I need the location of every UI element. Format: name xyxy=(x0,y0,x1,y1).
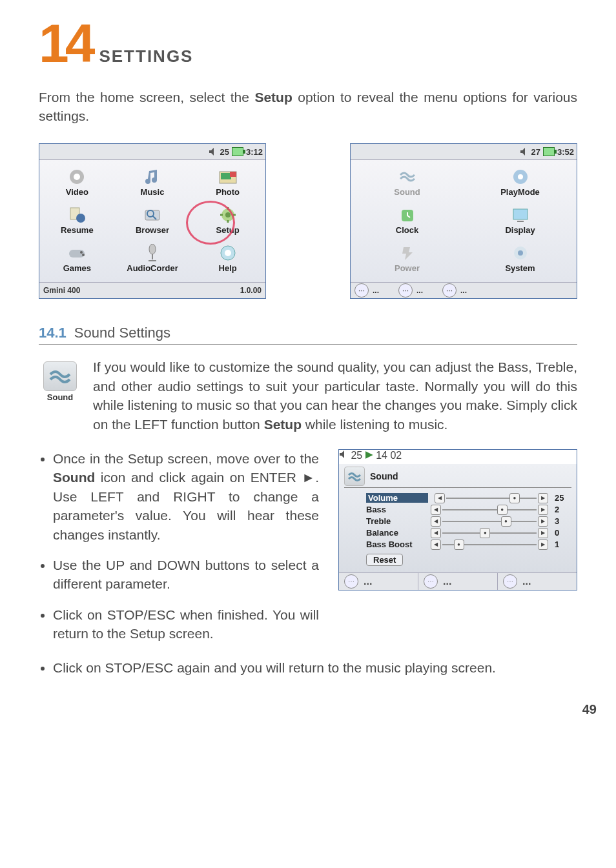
label: Music xyxy=(141,187,165,197)
label: Display xyxy=(505,225,535,235)
slider[interactable]: ◀●▶ xyxy=(431,505,548,515)
menu-item-clock[interactable]: Clock xyxy=(351,202,464,240)
menu-item-resume[interactable]: Resume xyxy=(39,202,115,240)
slider-right-icon[interactable]: ▶ xyxy=(538,540,548,550)
label: Setup xyxy=(216,225,240,235)
softkey-label: ... xyxy=(364,576,372,587)
volume-icon xyxy=(520,147,529,156)
param-label: Balance xyxy=(366,528,424,538)
games-icon xyxy=(65,243,88,263)
section-title: Sound Settings xyxy=(74,325,170,341)
menu-item-display[interactable]: Display xyxy=(464,202,577,240)
volume-icon xyxy=(209,147,218,156)
softkey-label: ... xyxy=(373,286,379,295)
sound-icon xyxy=(396,167,419,187)
slider-thumb[interactable]: ● xyxy=(497,505,508,515)
softkey-icon[interactable]: ⋯ xyxy=(354,283,369,298)
param-row[interactable]: Treble◀●▶3 xyxy=(344,516,571,527)
slider-right-icon[interactable]: ▶ xyxy=(538,516,548,527)
menu-item-system[interactable]: System xyxy=(464,240,577,278)
svg-rect-4 xyxy=(221,173,231,179)
svg-point-7 xyxy=(76,214,85,223)
svg-marker-33 xyxy=(340,450,344,458)
slider-left-icon[interactable]: ◀ xyxy=(431,528,441,538)
sound-icon xyxy=(344,467,365,486)
param-label: Volume xyxy=(366,493,428,503)
volume-value: 25 xyxy=(220,147,229,157)
softkey-icon[interactable]: ⋯ xyxy=(503,574,517,589)
home-screen-device: 25 3:12 Video Music Photo xyxy=(39,143,266,299)
clock-value: 3:12 xyxy=(246,147,263,157)
section-number: 14.1 xyxy=(39,325,67,341)
music-icon xyxy=(141,167,164,187)
menu-item-music[interactable]: Music xyxy=(115,164,190,202)
menu-item-help[interactable]: Help xyxy=(190,240,265,278)
slider-left-icon[interactable]: ◀ xyxy=(431,516,441,527)
softkey-icon[interactable]: ⋯ xyxy=(398,283,413,298)
svg-rect-30 xyxy=(517,221,524,222)
bottom-bar: ⋯... ⋯... ⋯... xyxy=(351,282,577,298)
label: AudioCorder xyxy=(127,263,178,273)
param-row[interactable]: Volume◀●▶25 xyxy=(344,493,571,503)
bottom-bar: Gmini 400 1.0.00 xyxy=(39,282,265,298)
slider-thumb[interactable]: ● xyxy=(501,516,511,527)
softkey-label: ... xyxy=(460,286,467,295)
slider-right-icon[interactable]: ▶ xyxy=(538,493,548,503)
menu-item-photo[interactable]: Photo xyxy=(190,164,265,202)
param-row[interactable]: Bass◀●▶2 xyxy=(344,505,571,515)
power-icon xyxy=(396,243,419,263)
softkey-icon[interactable]: ⋯ xyxy=(442,283,457,298)
softkey-icon[interactable]: ⋯ xyxy=(344,574,358,589)
menu-item-browser[interactable]: Browser xyxy=(115,202,190,240)
slider-left-icon[interactable]: ◀ xyxy=(435,493,445,503)
menu-item-setup[interactable]: Setup xyxy=(190,202,265,240)
svg-point-19 xyxy=(82,254,85,256)
chapter-number: 14 xyxy=(39,19,91,68)
status-bar: 25 14 02 xyxy=(339,450,577,464)
svg-point-12 xyxy=(225,212,231,217)
slider[interactable]: ◀●▶ xyxy=(431,540,548,550)
slider-thumb[interactable]: ● xyxy=(454,540,464,550)
slider-right-icon[interactable]: ▶ xyxy=(538,505,548,515)
svg-point-32 xyxy=(518,250,523,256)
bullet-list-continued: Click on STOP/ESC again and you will ret… xyxy=(39,658,577,677)
slider-left-icon[interactable]: ◀ xyxy=(431,505,441,515)
softkey-label: ... xyxy=(443,576,451,587)
menu-item-playmode[interactable]: PlayMode xyxy=(464,164,577,202)
sound-paragraph: If you would like to customize the sound… xyxy=(93,358,577,434)
param-row[interactable]: Bass Boost◀●▶1 xyxy=(344,540,571,550)
slider[interactable]: ◀●▶ xyxy=(435,493,548,503)
label: Photo xyxy=(216,187,240,197)
menu-item-power[interactable]: Power xyxy=(351,240,464,278)
status-bar: 25 3:12 xyxy=(39,144,265,160)
slider-thumb[interactable]: ● xyxy=(480,528,490,538)
param-label: Bass Boost xyxy=(366,540,424,549)
svg-rect-17 xyxy=(69,250,85,257)
menu-item-sound[interactable]: Sound xyxy=(351,164,464,202)
setup-screen-device: 27 3:52 Sound PlayMode Clock xyxy=(350,143,577,299)
label: Sound xyxy=(394,187,420,197)
text: while listening to music. xyxy=(302,417,447,432)
slider-thumb[interactable]: ● xyxy=(509,493,520,503)
bold: Sound xyxy=(53,470,95,485)
system-icon xyxy=(509,243,532,263)
softkey-icon[interactable]: ⋯ xyxy=(424,574,438,589)
volume-icon xyxy=(339,450,348,459)
bullet-item: Click on STOP/ESC again and you will ret… xyxy=(53,658,577,677)
slider-right-icon[interactable]: ▶ xyxy=(538,528,548,538)
slider[interactable]: ◀●▶ xyxy=(431,528,548,538)
slider[interactable]: ◀●▶ xyxy=(431,516,548,527)
intro-paragraph: From the home screen, select the Setup o… xyxy=(39,88,577,126)
menu-item-video[interactable]: Video xyxy=(39,164,115,202)
menu-item-games[interactable]: Games xyxy=(39,240,115,278)
bullet-item: Once in the Setup screen, move over to t… xyxy=(53,449,319,544)
menu-item-audiocorder[interactable]: AudioCorder xyxy=(115,240,190,278)
svg-point-27 xyxy=(518,174,523,179)
sound-icon xyxy=(43,361,77,391)
param-row[interactable]: Balance◀●▶0 xyxy=(344,528,571,538)
device-name: Gmini 400 xyxy=(43,286,80,295)
text: Once in the Setup screen, move over to t… xyxy=(53,451,319,466)
param-value: 0 xyxy=(555,528,571,538)
slider-left-icon[interactable]: ◀ xyxy=(431,540,441,550)
reset-button[interactable]: Reset xyxy=(366,554,403,566)
